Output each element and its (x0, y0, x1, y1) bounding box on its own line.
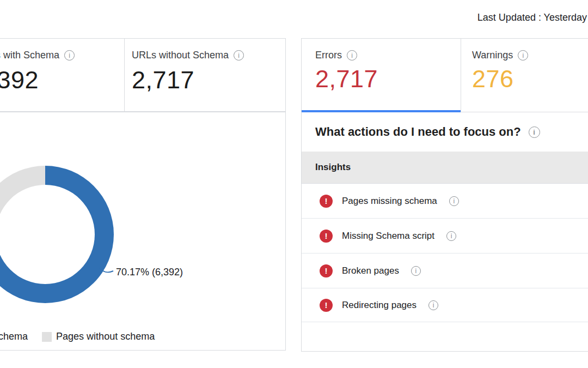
stat-urls-with-schema-value: 6,392 (0, 66, 124, 94)
insight-row-missing-schema-script[interactable]: ! Missing Schema script i (302, 219, 588, 254)
schema-dashboard: Last Updated : Yesterday URLs with Schem… (0, 0, 588, 368)
legend-label: Pages with schema (0, 331, 28, 342)
stat-urls-without-schema: URLs without Schema i 2,717 (124, 39, 285, 111)
insight-label: Broken pages (342, 266, 399, 276)
tab-errors-label: Errors (315, 50, 342, 61)
insight-label: Redirecting pages (342, 300, 416, 311)
callout-leader-line (97, 266, 115, 275)
legend-swatch-gray (42, 332, 52, 342)
insight-label: Missing Schema script (342, 231, 434, 242)
alert-icon: ! (320, 299, 333, 312)
info-icon[interactable]: i (234, 50, 244, 61)
insight-row-pages-missing-schema[interactable]: ! Pages missing schema i (302, 184, 588, 219)
insights-section-header: Insights (302, 152, 588, 184)
tab-warnings[interactable]: Warnings i 276 (461, 39, 588, 112)
info-icon[interactable]: i (518, 50, 528, 61)
alert-icon: ! (320, 195, 333, 208)
info-icon[interactable]: i (411, 266, 421, 276)
info-icon[interactable]: i (347, 50, 357, 61)
alert-icon: ! (320, 230, 333, 243)
tab-warnings-label: Warnings (472, 50, 513, 61)
schema-coverage-chart-card: 70.17% (6,392) Pages with schema Pages w… (0, 112, 286, 351)
donut-callout-label: 70.17% (6,392) (116, 267, 183, 278)
stat-urls-without-schema-value: 2,717 (132, 66, 285, 94)
legend-item-pages-with-schema[interactable]: Pages with schema (0, 331, 28, 342)
actions-card: Errors i 2,717 Warnings i 276 What actio… (301, 38, 588, 352)
active-tab-indicator (302, 110, 461, 112)
info-icon[interactable]: i (64, 50, 75, 61)
info-icon[interactable]: i (529, 126, 540, 138)
donut-chart (0, 166, 114, 303)
stat-urls-without-schema-label: URLs without Schema (132, 50, 229, 61)
tab-errors[interactable]: Errors i 2,717 (302, 39, 461, 112)
stat-urls-with-schema-label: URLs with Schema (0, 50, 59, 61)
info-icon[interactable]: i (449, 196, 459, 206)
insight-row-broken-pages[interactable]: ! Broken pages i (302, 254, 588, 288)
insights-section-title: Insights (315, 162, 351, 173)
error-warning-tab-row: Errors i 2,717 Warnings i 276 (302, 39, 588, 112)
url-stats-card: URLs with Schema i 6,392 URLs without Sc… (0, 38, 286, 112)
tab-warnings-value: 276 (472, 65, 588, 93)
tab-errors-value: 2,717 (315, 65, 461, 93)
actions-heading: What actions do I need to focus on? i (302, 112, 588, 152)
stat-urls-with-schema: URLs with Schema i 6,392 (0, 39, 124, 111)
legend-item-pages-without-schema[interactable]: Pages without schema (42, 331, 155, 342)
actions-heading-text: What actions do I need to focus on? (315, 125, 521, 139)
info-icon[interactable]: i (446, 231, 456, 241)
legend-label: Pages without schema (56, 331, 155, 342)
donut-hole (0, 185, 95, 284)
insight-row-redirecting-pages[interactable]: ! Redirecting pages i (302, 288, 588, 322)
chart-legend: Pages with schema Pages without schema (0, 331, 155, 342)
alert-icon: ! (320, 264, 333, 277)
insight-label: Pages missing schema (342, 196, 437, 207)
info-icon[interactable]: i (428, 300, 438, 310)
last-updated-text: Last Updated : Yesterday (477, 12, 587, 23)
